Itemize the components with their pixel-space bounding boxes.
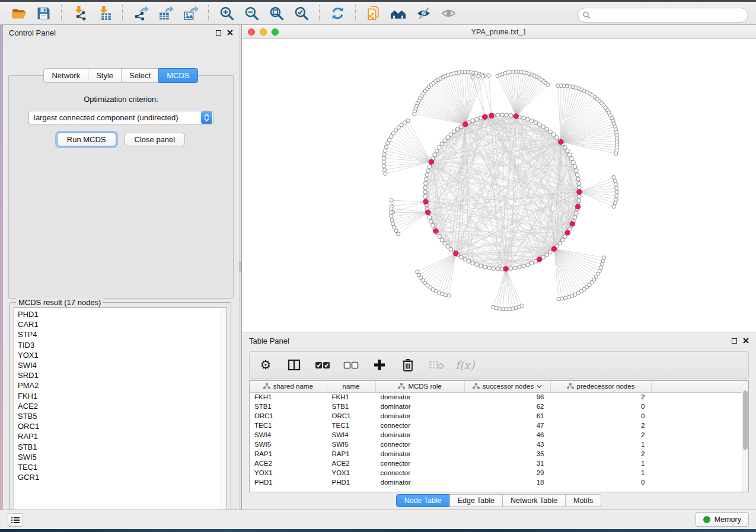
mcds-result-item[interactable]: SWI5 [14,452,221,462]
cell-mcds-role: dominator [375,402,464,411]
zoom-fit-icon[interactable] [267,4,286,23]
mcds-result-item[interactable]: STP4 [14,329,221,339]
save-session-icon[interactable] [34,4,53,23]
show-all-icon[interactable] [439,4,458,23]
mcds-result-item[interactable]: YOX1 [14,350,221,360]
mcds-result-item[interactable]: SWI4 [14,360,221,370]
close-table-panel-icon[interactable] [743,338,749,344]
cell-predecessor-nodes: 2 [550,430,651,440]
tab-network[interactable]: Network [43,68,88,83]
node-table: shared namenameMCDS rolesuccessor nodesp… [250,381,744,487]
new-network-from-selection-icon[interactable] [364,4,383,23]
hide-selected-icon[interactable] [414,4,433,23]
network-window-title: YPA_prune.txt_1 [242,28,756,36]
column-header-predecessor-nodes[interactable]: predecessor nodes [550,381,651,392]
table-row[interactable]: RAP1RAP1dominator352 [250,449,743,459]
mcds-result-item[interactable]: PHD1 [14,309,221,319]
hidden-panels-button[interactable] [8,513,23,527]
cell-name: YOX1 [327,468,375,477]
mcds-result-item[interactable]: GCR1 [14,472,221,482]
split-columns-icon[interactable] [286,357,302,373]
table-row[interactable]: ACE2ACE2connector311 [250,459,743,468]
splitter-handle[interactable] [240,262,241,271]
zoom-selected-icon[interactable] [292,4,311,23]
cell-mcds-role: dominator [375,392,464,402]
open-file-icon[interactable] [9,4,28,23]
table-row[interactable]: SWI5SWI5connector431 [250,440,743,449]
table-settings-icon[interactable]: ⚙ [258,357,273,373]
table-scrollbar[interactable] [742,381,748,492]
search-input[interactable] [593,9,748,21]
export-network-icon[interactable] [131,4,150,23]
table-row[interactable]: TEC1TEC1connector472 [250,421,743,430]
tab-network-table[interactable]: Network Table [502,494,566,507]
column-header-name[interactable]: name [327,381,375,392]
mcds-result-item[interactable]: FKH1 [14,391,221,401]
deselect-all-columns-icon[interactable] [343,357,359,373]
mcds-result-item[interactable]: STB5 [14,411,221,421]
delete-table-icon[interactable] [429,357,444,373]
cell-shared-name: ACE2 [250,459,327,468]
float-table-panel-icon[interactable] [732,338,737,344]
close-panel-icon[interactable] [227,30,233,36]
mcds-list-scrollbar[interactable] [221,308,227,518]
mcds-result-item[interactable]: PMA2 [14,380,221,390]
column-header-shared-name[interactable]: shared name [250,381,327,392]
cell-filler [651,392,743,402]
refresh-layout-icon[interactable] [328,4,347,23]
add-column-icon[interactable] [372,357,387,373]
close-panel-button[interactable]: Close panel [125,133,186,146]
control-panel-titlebar: Control Panel [3,25,239,40]
select-all-columns-icon[interactable] [315,357,330,373]
mcds-result-item[interactable]: SRD1 [14,370,221,380]
cell-shared-name: TEC1 [250,421,327,430]
tab-style[interactable]: Style [88,68,122,83]
mcds-result-item[interactable]: ACE2 [14,401,221,411]
tab-node-table[interactable]: Node Table [396,494,450,507]
tab-mcds[interactable]: MCDS [158,68,197,83]
zoom-out-icon[interactable] [242,4,261,23]
table-panel: Table Panel ⚙ f(x) shared namenameMCDS r… [242,332,756,509]
optimization-criterion-dropdown[interactable]: largest connected component (undirected) [28,111,213,124]
run-mcds-button[interactable]: Run MCDS [57,133,116,146]
tab-edge-table[interactable]: Edge Table [449,494,503,507]
cell-filler [651,449,743,459]
tab-select[interactable]: Select [121,68,159,83]
export-table-icon[interactable] [156,4,175,23]
network-canvas[interactable] [242,39,756,331]
dropdown-stepper-icon [201,111,212,124]
network-window-titlebar[interactable]: YPA_prune.txt_1 [242,25,756,39]
table-scrollbar-thumb[interactable] [743,390,748,450]
column-header-mcds-role[interactable]: MCDS role [375,381,464,392]
mcds-result-item[interactable]: CAR1 [14,319,221,329]
tab-motifs[interactable]: Motifs [565,494,601,507]
mcds-result-item[interactable]: TID3 [14,340,221,350]
table-row[interactable]: SWI4SWI4dominator462 [250,430,743,440]
column-header-filler [651,381,743,392]
table-row[interactable]: ORC1ORC1dominator610 [250,411,743,421]
cell-name: ACE2 [327,459,375,468]
mcds-result-item[interactable]: STB1 [14,441,221,451]
table-row[interactable]: YOX1YOX1connector291 [250,468,743,477]
cell-name: FKH1 [327,392,375,402]
mcds-result-item[interactable]: TEC1 [14,462,221,472]
mcds-result-item[interactable]: ORC1 [14,421,221,431]
import-network-icon[interactable] [70,4,89,23]
import-table-icon[interactable] [95,4,114,23]
mcds-result-item[interactable]: RAP1 [14,431,221,441]
table-row[interactable]: STB1STB1dominator620 [250,402,743,411]
memory-button[interactable]: Memory [696,512,749,527]
first-neighbors-icon[interactable] [389,4,408,23]
function-builder-icon[interactable]: f(x) [457,357,473,373]
table-row[interactable]: PHD1PHD1dominator180 [250,477,743,487]
delete-column-icon[interactable] [400,357,416,373]
export-image-icon[interactable] [181,4,200,23]
zoom-in-icon[interactable] [217,4,236,23]
table-row[interactable]: FKH1FKH1dominator962 [250,392,743,402]
cell-successor-nodes: 35 [464,449,550,459]
cell-name: SWI4 [327,430,375,440]
column-header-successor-nodes[interactable]: successor nodes [464,381,550,392]
cell-mcds-role: connector [375,468,464,477]
cell-mcds-role: dominator [375,449,464,459]
float-panel-icon[interactable] [216,30,221,36]
